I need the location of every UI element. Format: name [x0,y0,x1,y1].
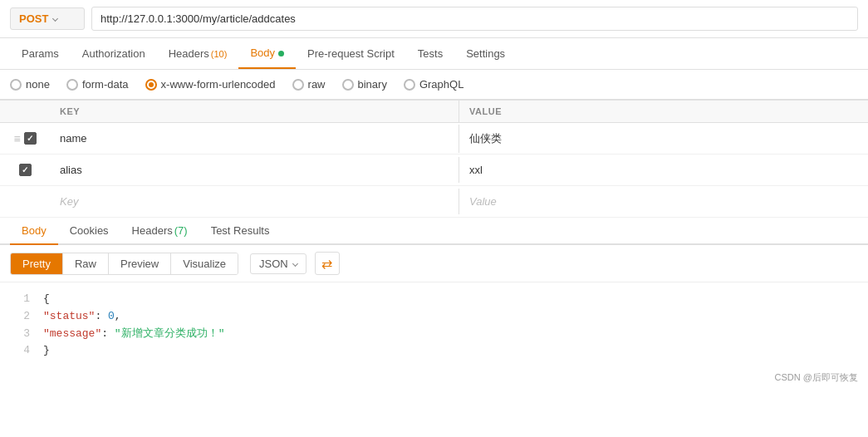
kv-key-1[interactable]: name [50,125,459,151]
watermark: CSDN @后即可恢复 [0,368,868,387]
resp-tab-testresults[interactable]: Test Results [199,218,282,243]
col-key-header: KEY [50,101,459,122]
url-input[interactable] [91,7,858,31]
radio-binary[interactable]: binary [342,78,387,91]
main-tabs-bar: Params Authorization Headers(10) Body Pr… [0,38,868,70]
body-types-bar: none form-data x-www-form-urlencoded raw… [0,70,868,100]
kv-row-2: alias xxl [0,155,868,186]
view-tab-raw[interactable]: Raw [63,253,109,274]
tab-authorization[interactable]: Authorization [71,39,157,68]
body-dot [278,51,284,56]
resp-tab-cookies[interactable]: Cookies [58,218,120,243]
tab-headers[interactable]: Headers(10) [157,39,239,68]
view-tab-preview[interactable]: Preview [109,253,171,274]
kv-value-1[interactable]: 仙侠类 [459,125,868,153]
method-label: POST [19,12,48,25]
method-select[interactable]: POST [10,7,85,30]
kv-table-header: KEY VALUE [0,100,868,123]
tab-prerequest[interactable]: Pre-request Script [296,39,406,68]
col-value-header: VALUE [459,101,868,122]
json-output: 1 { 2 "status": 0, 3 "message": "新增文章分类成… [0,282,868,368]
radio-raw[interactable]: raw [292,78,326,91]
kv-row-1: ≡ name 仙侠类 [0,123,868,155]
response-toolbar: Pretty Raw Preview Visualize JSON ⇄ [0,245,868,282]
json-line-1: 1 { [13,291,855,308]
json-line-4: 4 } [13,342,855,360]
kv-value-2[interactable]: xxl [459,157,868,183]
view-tabs: Pretty Raw Preview Visualize [10,253,238,275]
format-select[interactable]: JSON [250,253,306,274]
radio-graphql[interactable]: GraphQL [404,78,463,91]
tab-settings[interactable]: Settings [454,39,517,68]
radio-urlencoded[interactable]: x-www-form-urlencoded [145,78,276,91]
checkbox-1[interactable] [24,132,37,145]
drag-icon-1: ≡ [13,132,20,145]
resp-tab-headers[interactable]: Headers(7) [120,218,199,243]
kv-row-empty: Key Value [0,186,868,218]
kv-value-empty[interactable]: Value [459,189,868,214]
format-chevron-icon [292,260,298,266]
json-line-2: 2 "status": 0, [13,308,855,326]
chevron-down-icon [52,16,58,22]
response-tabs-bar: Body Cookies Headers(7) Test Results [0,218,868,245]
view-tab-visualize[interactable]: Visualize [171,253,238,274]
tab-params[interactable]: Params [10,39,71,68]
tab-body[interactable]: Body [238,38,296,69]
url-bar: POST [0,0,868,38]
resp-tab-body[interactable]: Body [10,218,58,245]
wrap-icon: ⇄ [321,256,332,272]
view-tab-pretty[interactable]: Pretty [11,253,63,274]
kv-key-empty[interactable]: Key [50,189,459,214]
radio-form-data[interactable]: form-data [66,78,129,91]
kv-key-2[interactable]: alias [50,157,459,183]
wrap-button[interactable]: ⇄ [315,252,340,275]
checkbox-2[interactable] [19,164,32,176]
json-line-3: 3 "message": "新增文章分类成功！" [13,326,855,343]
tab-tests[interactable]: Tests [406,39,454,68]
radio-none[interactable]: none [10,78,50,91]
